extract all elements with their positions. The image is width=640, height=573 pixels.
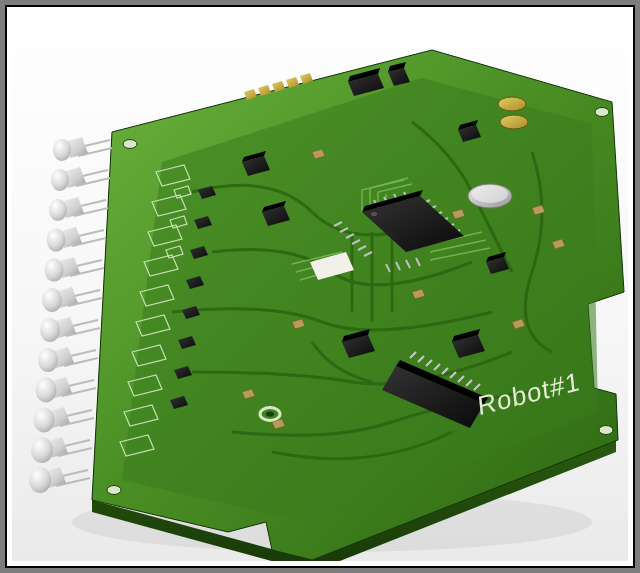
svg-point-48 bbox=[266, 411, 274, 416]
led-7 bbox=[38, 347, 98, 372]
led-9 bbox=[34, 407, 95, 433]
crystal-hc49 bbox=[468, 184, 512, 208]
svg-point-57 bbox=[49, 199, 67, 221]
led-11 bbox=[29, 467, 90, 493]
svg-point-28 bbox=[371, 212, 377, 216]
svg-point-60 bbox=[47, 229, 66, 252]
led-0 bbox=[53, 137, 112, 161]
svg-point-63 bbox=[45, 259, 64, 282]
svg-point-69 bbox=[40, 318, 60, 342]
svg-point-66 bbox=[42, 288, 62, 312]
svg-point-81 bbox=[31, 437, 53, 463]
svg-point-1 bbox=[595, 108, 609, 117]
svg-point-75 bbox=[36, 378, 57, 403]
svg-point-5 bbox=[500, 115, 528, 129]
pcb-render-stage: Robot#1 bbox=[12, 12, 628, 561]
led-4 bbox=[45, 257, 105, 282]
led-1 bbox=[51, 167, 110, 191]
led-8 bbox=[36, 377, 97, 403]
led-3 bbox=[47, 227, 107, 252]
svg-point-51 bbox=[53, 139, 71, 161]
svg-point-78 bbox=[34, 408, 55, 433]
led-5 bbox=[42, 287, 102, 312]
image-frame: Robot#1 bbox=[0, 0, 640, 573]
led-2 bbox=[49, 197, 108, 221]
svg-point-84 bbox=[29, 467, 51, 493]
svg-point-7 bbox=[472, 185, 508, 203]
led-6 bbox=[40, 317, 100, 342]
svg-point-0 bbox=[123, 140, 137, 149]
pcb-illustration: Robot#1 bbox=[12, 12, 628, 561]
led-10 bbox=[31, 437, 92, 463]
svg-point-4 bbox=[498, 97, 526, 111]
svg-point-3 bbox=[107, 486, 121, 495]
svg-point-72 bbox=[38, 348, 58, 372]
svg-point-2 bbox=[599, 426, 613, 435]
svg-point-54 bbox=[51, 169, 69, 191]
